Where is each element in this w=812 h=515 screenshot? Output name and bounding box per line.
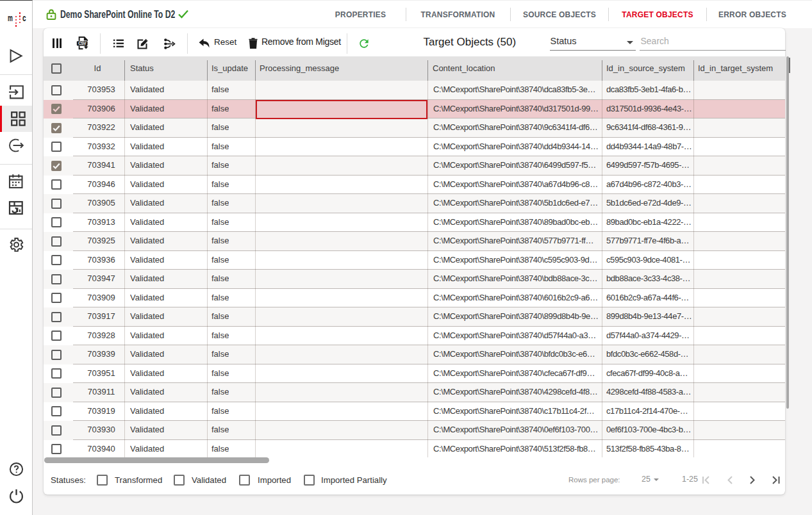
svg-text:CSV: CSV [78, 41, 87, 45]
